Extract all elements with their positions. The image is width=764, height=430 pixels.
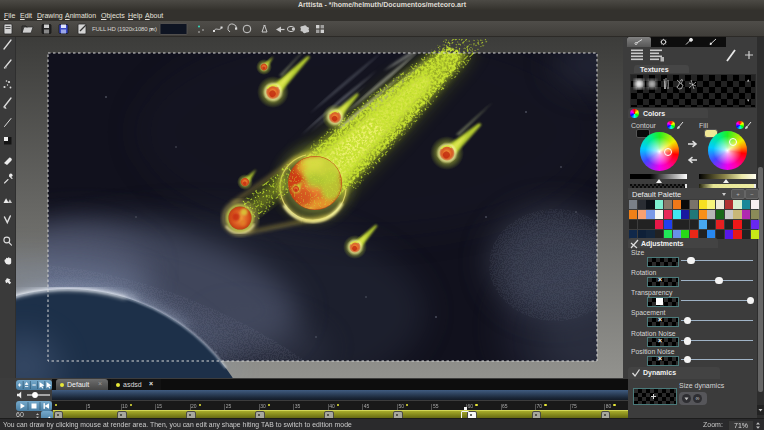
svg-text:FULL HD (1920x1080 px): FULL HD (1920x1080 px)	[92, 26, 157, 32]
